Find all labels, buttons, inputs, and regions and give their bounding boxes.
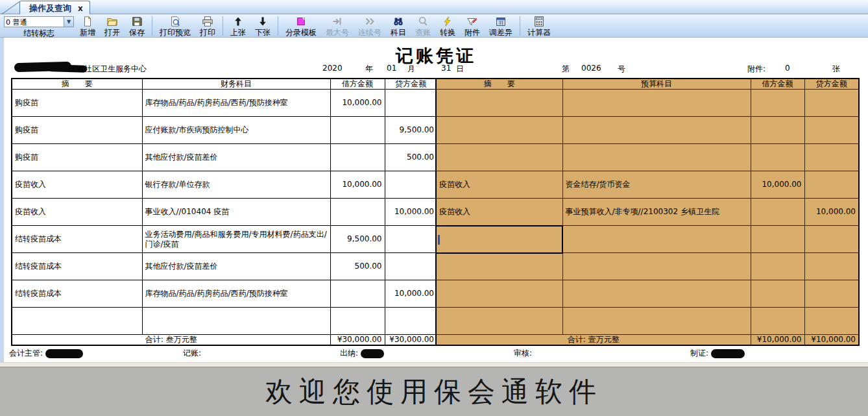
cell-debit[interactable]: 10,000.00 [330, 90, 385, 117]
cell-credit[interactable] [804, 253, 859, 280]
cell-summary[interactable]: 结转疫苗成本 [12, 226, 142, 253]
cell-debit[interactable]: 9,500.00 [330, 226, 385, 253]
cell-summary[interactable]: 疫苗收入 [12, 171, 142, 199]
cell-credit[interactable] [385, 226, 437, 253]
cell-subject[interactable] [562, 226, 751, 253]
subjects-button[interactable]: 科目 [386, 15, 411, 37]
cell-summary[interactable] [436, 226, 562, 253]
cell-summary[interactable] [436, 280, 562, 308]
cell-credit[interactable] [804, 280, 859, 308]
entry-template-icon [295, 16, 307, 27]
save-button[interactable]: 保存 [125, 15, 149, 37]
cell-subject[interactable]: 库存物品/药品/药房药品/西药/预防接种室 [142, 90, 330, 117]
cell-debit[interactable] [751, 117, 804, 144]
cell-subject[interactable] [562, 308, 751, 335]
cell-credit[interactable] [385, 171, 437, 199]
cell-credit[interactable]: 10,000.00 [385, 199, 437, 226]
cell-subject[interactable]: 事业预算收入/非专项//2100302 乡镇卫生院 [562, 199, 751, 226]
cell-summary[interactable] [436, 144, 562, 171]
cell-debit[interactable] [330, 280, 385, 308]
carryover-flag-select[interactable]: 0 普通 ▼ [4, 16, 74, 27]
cell-subject[interactable]: 银行存款/单位存款 [142, 171, 330, 199]
redaction-scribble [361, 349, 384, 358]
cell-subject[interactable] [562, 280, 751, 308]
cell-debit[interactable] [330, 199, 385, 226]
adjust-difference-button[interactable]: 调差异 [485, 15, 517, 37]
cell-debit[interactable]: 10,000.00 [751, 171, 804, 199]
cell-summary[interactable]: 结转疫苗成本 [12, 253, 142, 280]
print-preview-button[interactable]: 打印预览 [155, 15, 195, 37]
cell-summary[interactable]: 结转疫苗成本 [12, 280, 142, 308]
cell-summary[interactable]: 购疫苗 [12, 117, 142, 144]
cell-subject[interactable]: 其他应付款/疫苗差价 [142, 144, 330, 171]
cell-credit[interactable] [385, 308, 437, 335]
cell-summary[interactable]: 疫苗收入 [436, 199, 562, 226]
cell-debit[interactable] [751, 199, 804, 226]
day-label: 日 [456, 64, 464, 75]
cell-debit[interactable] [751, 226, 804, 253]
cell-summary[interactable]: 疫苗收入 [436, 171, 562, 199]
cell-credit[interactable] [804, 171, 859, 199]
cell-subject[interactable] [562, 117, 751, 144]
next-voucher-button[interactable]: 下张 [250, 15, 275, 37]
new-button[interactable]: 新增 [75, 15, 100, 37]
cell-debit[interactable] [330, 144, 385, 171]
chevron-down-icon[interactable]: ▼ [64, 17, 73, 27]
redaction-scribble [45, 349, 83, 358]
cell-subject[interactable] [562, 90, 751, 117]
cell-credit[interactable] [804, 308, 859, 335]
cell-summary[interactable] [436, 253, 562, 280]
cell-subject[interactable]: 事业收入//010404 疫苗 [142, 199, 330, 226]
cell-credit[interactable]: 10,000.00 [385, 280, 437, 308]
cell-credit[interactable] [385, 90, 437, 117]
cell-subject[interactable]: 业务活动费用/商品和服务费用/专用材料费/药品支出/门诊/疫苗 [142, 226, 330, 253]
cell-summary[interactable]: 疫苗收入 [12, 199, 142, 226]
column-header: 借方金额 [330, 79, 385, 90]
cell-debit[interactable] [330, 117, 385, 144]
cell-subject[interactable]: 应付账款/市疾病预防控制中心 [142, 117, 330, 144]
welcome-banner: 欢迎您使用保会通软件 [0, 367, 868, 416]
convert-button[interactable]: 转换 [435, 15, 460, 37]
cell-debit[interactable]: 10,000.00 [330, 171, 385, 199]
cell-credit[interactable] [804, 90, 859, 117]
print-button[interactable]: 打印 [195, 15, 220, 37]
cell-summary[interactable] [436, 90, 562, 117]
cell-credit[interactable]: 9,500.00 [385, 117, 437, 144]
cell-credit[interactable] [804, 117, 859, 144]
cell-debit[interactable] [330, 308, 385, 335]
cell-subject[interactable]: 资金结存/货币资金 [562, 171, 751, 199]
cell-debit[interactable] [751, 253, 804, 280]
cell-credit[interactable]: 10,000.00 [804, 199, 859, 226]
signature-row: 会计主管: 记账: 出纳: 审核: 制证: [4, 348, 868, 361]
redaction-scribble [711, 349, 745, 358]
attachment-button[interactable]: 附件 [460, 15, 485, 37]
open-button[interactable]: 打开 [100, 15, 125, 37]
cell-debit[interactable] [751, 90, 804, 117]
cell-debit[interactable] [751, 280, 804, 308]
cell-summary[interactable]: 购疫苗 [12, 144, 142, 171]
cell-subject[interactable]: 库存物品/药品/药房药品/西药/预防接种室 [142, 280, 330, 308]
cell-summary[interactable] [436, 117, 562, 144]
cell-debit[interactable] [751, 308, 804, 335]
close-icon[interactable]: x [78, 4, 83, 13]
cell-credit[interactable] [804, 226, 859, 253]
print-preview-icon [169, 16, 182, 27]
cell-credit[interactable]: 500.00 [385, 144, 437, 171]
cell-subject[interactable] [142, 308, 330, 335]
cell-subject[interactable] [562, 144, 751, 171]
tab-label: 操作及查询 [29, 3, 71, 14]
cell-summary[interactable] [12, 308, 142, 335]
cell-subject[interactable]: 其他应付款/疫苗差价 [142, 253, 330, 280]
prev-voucher-button[interactable]: 上张 [226, 15, 250, 37]
cell-debit[interactable] [751, 144, 804, 171]
print-icon [201, 16, 214, 27]
entry-template-button[interactable]: 分录模板 [281, 15, 321, 37]
cell-credit[interactable] [804, 144, 859, 171]
calculator-button[interactable]: 计算器 [523, 15, 555, 37]
cell-summary[interactable] [436, 308, 562, 335]
cell-summary[interactable]: 购疫苗 [12, 90, 142, 117]
cell-debit[interactable]: 500.00 [330, 253, 385, 280]
cell-subject[interactable] [562, 253, 751, 280]
cell-credit[interactable] [385, 253, 437, 280]
tab-operate-query[interactable]: 操作及查询 x [19, 1, 90, 14]
